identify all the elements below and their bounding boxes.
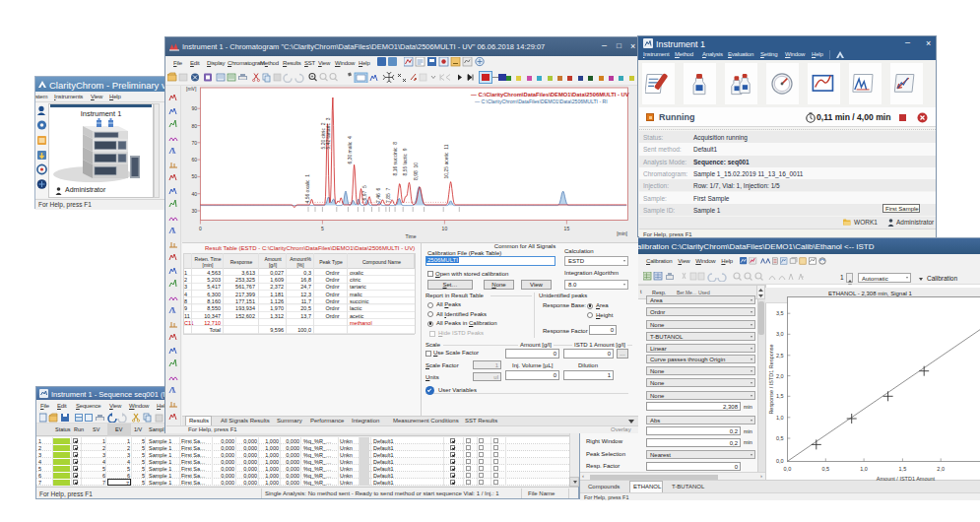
svg-text:Response / ISTD1 Response: Response / ISTD1 Response [768,344,774,414]
svg-text:7,85 7: 7,85 7 [385,187,391,203]
svg-text:5,42 tartaric 3: 5,42 tartaric 3 [325,117,331,149]
svg-text:80: 80 [191,123,197,129]
svg-text:3,5: 3,5 [776,310,784,316]
svg-text:8,16 succinic 8: 8,16 succinic 8 [392,142,398,176]
svg-text:70: 70 [191,140,197,146]
svg-text:8,98 10: 8,98 10 [413,163,419,180]
svg-text:1,0: 1,0 [860,466,868,472]
svg-text:0,0: 0,0 [776,458,784,464]
svg-text:10,25 acetic 11: 10,25 acetic 11 [443,144,449,178]
svg-text:2,5: 2,5 [776,353,784,359]
svg-text:1,0: 1,0 [776,415,784,421]
svg-text:50: 50 [191,173,197,179]
svg-text:10: 10 [442,226,448,231]
svg-text:7,46 6: 7,46 6 [375,187,381,203]
svg-text:2,0: 2,0 [937,466,945,472]
svg-text:— C:\ClarityChrom\DataFiles\DE: — C:\ClarityChrom\DataFiles\DEMO1\Data\2… [475,98,608,104]
svg-text:[min]: [min] [617,230,627,236]
svg-text:Time: Time [406,233,417,239]
svg-text:4,56 oxalic 1: 4,56 oxalic 1 [304,174,310,204]
svg-text:0,0: 0,0 [784,466,792,472]
svg-text:Amount / ISTD1 Amount: Amount / ISTD1 Amount [877,476,936,482]
svg-text:1,5: 1,5 [899,466,907,472]
svg-text:8,55 lactic 9: 8,55 lactic 9 [402,148,408,175]
svg-text:3,0: 3,0 [776,331,784,337]
svg-text:60: 60 [191,157,197,163]
svg-text:0: 0 [199,226,202,231]
svg-text:40: 40 [191,191,197,197]
svg-text:6,97 5: 6,97 5 [361,185,367,201]
svg-text:15: 15 [564,226,570,231]
svg-text:1,5: 1,5 [776,393,784,399]
svg-text:30: 30 [191,208,197,214]
svg-text:6,30 malic 4: 6,30 malic 4 [347,136,353,164]
svg-text:0,5: 0,5 [821,466,829,472]
svg-text:2,0: 2,0 [776,373,784,379]
svg-text:— C:\ClarityChrom\DataFiles\DE: — C:\ClarityChrom\DataFiles\DEMO1\Data\2… [471,92,629,98]
svg-text:5: 5 [321,226,324,231]
svg-text:90: 90 [191,105,197,111]
svg-text:0,5: 0,5 [776,435,784,441]
svg-text:[mV]: [mV] [186,86,197,92]
